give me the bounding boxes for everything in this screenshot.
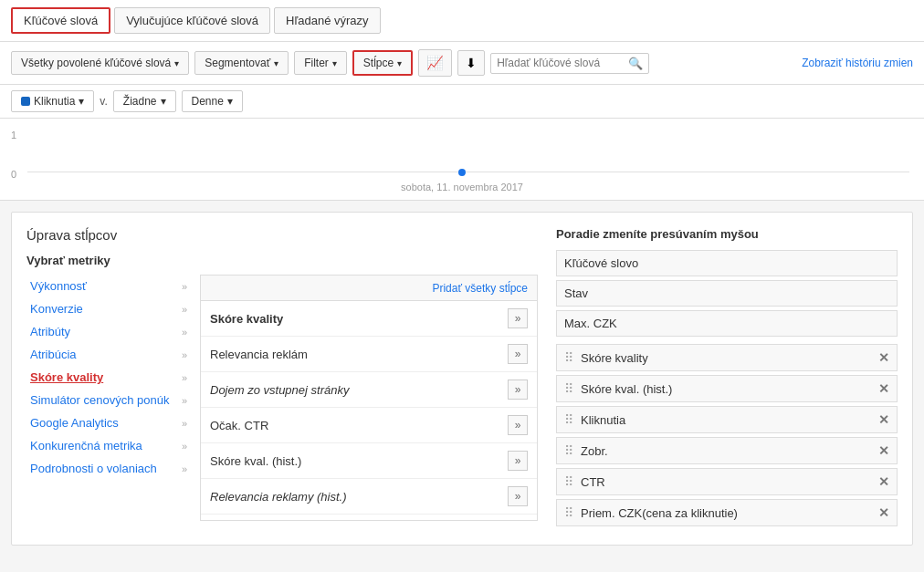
metric-item-skore-kvality[interactable]: Skóre kvality » [26,366,191,389]
history-link[interactable]: Zobraziť históriu zmien [802,57,913,69]
metric-item-google-analytics[interactable]: Google Analytics » [26,411,191,434]
sort-label: Kliknutia [581,413,878,427]
expand-icon: » [182,281,187,292]
columns-header: Pridať všetky stĺpce [201,276,537,301]
sort-label: Zobr. [581,444,878,458]
sort-item-3[interactable]: ⠿ Zobr. ✕ [556,437,898,464]
dropdown-arrow-icon: ▾ [274,58,278,68]
sort-item-0[interactable]: ⠿ Skóre kvality ✕ [556,344,898,371]
fixed-item-2: Max. CZK [556,310,898,337]
sort-label: Skóre kvality [581,351,878,365]
metric-item-simulator[interactable]: Simulátor cenových ponúk » [26,389,191,411]
add-all-link[interactable]: Pridať všetky stĺpce [432,282,528,295]
col-add-btn-2[interactable]: » [508,380,528,400]
metric-item-atributy[interactable]: Atribúty » [26,320,191,343]
search-box: 🔍 [490,53,649,74]
sort-item-5[interactable]: ⠿ Priem. CZK(cena za kliknutie) ✕ [556,499,898,526]
remove-icon[interactable]: ✕ [878,412,889,427]
download-button[interactable]: ⬇ [457,50,485,76]
metric-item-atribucia[interactable]: Atribúcia » [26,343,191,366]
col-item-6: Dojem zo vstupnej stránky (hist.) » [201,515,537,520]
drag-handle-icon: ⠿ [564,443,573,458]
metric-item-konverzie[interactable]: Konverzie » [26,297,191,320]
col-add-btn-1[interactable]: » [508,344,528,364]
col-add-btn-4[interactable]: » [508,451,528,471]
segment-button[interactable]: Segmentovať ▾ [194,51,289,75]
col-add-btn-3[interactable]: » [508,415,528,435]
metric-item-podrobnosti[interactable]: Podrobnosti o volaniach » [26,457,191,480]
filter-button[interactable]: Filter ▾ [294,51,347,75]
col-add-btn-5[interactable]: » [508,486,528,506]
tab-search-terms[interactable]: Hľadané výrazy [274,7,381,34]
chart-area: 1 0 sobota, 11. novembra 2017 [0,119,924,201]
dropdown-arrow-icon: ▾ [161,95,166,108]
expand-icon: » [182,304,187,315]
toolbar: Všetky povolené kľúčové slová ▾ Segmento… [0,42,924,85]
chart-dot [458,169,466,176]
col-item-3: Očak. CTR » [201,408,537,443]
sort-label: Skóre kval. (hist.) [581,382,878,396]
sort-label: Stav [564,286,889,300]
col-add-btn-0[interactable]: » [508,308,528,328]
chart-y-bottom: 0 [11,169,16,180]
drag-handle-icon: ⠿ [564,505,573,520]
remove-icon[interactable]: ✕ [878,443,889,458]
columns-scroll[interactable]: Skóre kvality » Relevancia reklám » Doje… [201,301,537,520]
versus-label: v. [100,95,107,108]
expand-icon: » [182,349,187,360]
dropdown-arrow-icon: ▾ [174,58,179,68]
columns-button[interactable]: Stĺpce ▾ [352,50,413,76]
left-panel: Úprava stĺpcov Vybrať metriky Výkonnosť … [26,227,538,530]
col-item-1: Relevancia reklám » [201,337,537,372]
sort-item-2[interactable]: ⠿ Kliknutia ✕ [556,406,898,433]
tab-keywords[interactable]: Kľúčové slová [11,7,110,34]
col-item-0: Skóre kvality » [201,301,537,337]
sort-label: Max. CZK [564,317,889,330]
metric-item-vykonnost[interactable]: Výkonnosť » [26,275,191,297]
chart-y-top: 1 [11,130,16,140]
search-icon[interactable]: 🔍 [628,57,643,70]
remove-icon[interactable]: ✕ [878,350,889,365]
columns-panel: Pridať všetky stĺpce Skóre kvality » Rel… [200,275,538,521]
chart-date-label: sobota, 11. novembra 2017 [401,182,523,192]
sort-label: CTR [581,475,878,489]
remove-icon[interactable]: ✕ [878,474,889,489]
sort-label: Priem. CZK(cena za kliknutie) [581,506,878,520]
right-panel: Poradie zmeníte presúvaním myšou Kľúčové… [556,227,898,530]
sort-label: Kľúčové slovo [564,256,889,270]
chart-toggle-button[interactable]: 📈 [418,49,452,77]
expand-icon: » [182,372,187,383]
tab-negative-keywords[interactable]: Vylučujúce kľúčové slová [114,7,270,34]
dropdown-arrow-icon: ▾ [397,58,402,68]
period-button[interactable]: Denne ▾ [182,90,243,112]
dropdown-arrow-icon: ▾ [227,95,233,108]
expand-icon: » [182,463,187,474]
left-columns: Výkonnosť » Konverzie » Atribúty » Atrib… [26,275,538,521]
drag-handle-icon: ⠿ [564,350,573,365]
metric-item-konkurencna[interactable]: Konkurenčná metrika » [26,434,191,457]
metrics-list: Výkonnosť » Konverzie » Atribúty » Atrib… [26,275,191,521]
col-item-4: Skóre kval. (hist.) » [201,443,537,479]
expand-icon: » [182,441,187,452]
sort-item-4[interactable]: ⠿ CTR ✕ [556,468,898,495]
metric-button[interactable]: Kliknutia ▾ [11,90,94,112]
drag-handle-icon: ⠿ [564,412,573,427]
compare-button[interactable]: Žiadne ▾ [113,90,176,112]
remove-icon[interactable]: ✕ [878,505,889,520]
blue-dot-icon [21,97,30,106]
expand-icon: » [182,395,187,406]
metrics-title: Vybrať metriky [26,254,538,267]
remove-icon[interactable]: ✕ [878,381,889,396]
fixed-item-1: Stav [556,280,898,307]
search-input[interactable] [497,57,625,69]
expand-icon: » [182,418,187,429]
col-item-5: Relevancia reklamy (hist.) » [201,479,537,515]
sort-item-1[interactable]: ⠿ Skóre kval. (hist.) ✕ [556,375,898,402]
drag-handle-icon: ⠿ [564,381,573,396]
expand-icon: » [182,327,187,338]
dropdown-arrow-icon: ▾ [79,95,84,108]
drag-handle-icon: ⠿ [564,474,573,489]
allowed-keywords-button[interactable]: Všetky povolené kľúčové slová ▾ [11,51,189,75]
sub-toolbar: Kliknutia ▾ v. Žiadne ▾ Denne ▾ [0,85,924,119]
dropdown-arrow-icon: ▾ [332,58,337,68]
